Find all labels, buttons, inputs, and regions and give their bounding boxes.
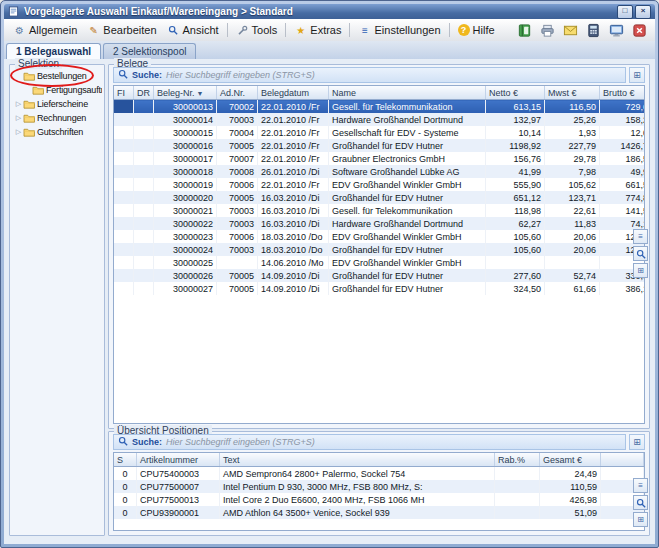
column-netto[interactable]: Netto € xyxy=(486,86,545,100)
tree-item-lieferscheine[interactable]: ▷Lieferscheine xyxy=(12,97,102,111)
table-cell: 22.01.2010 /Fr xyxy=(258,100,329,114)
expand-icon[interactable]: ▷ xyxy=(14,100,23,108)
table-row[interactable]: 300000137000222.01.2010 /FrGesell. für T… xyxy=(114,100,645,114)
table-cell: Großhandel für EDV Hutner xyxy=(329,243,486,256)
column-s[interactable]: S xyxy=(114,453,137,467)
table-row[interactable]: 300000177000722.01.2010 /FrGraubner Elec… xyxy=(114,152,645,165)
book-icon[interactable] xyxy=(516,22,533,38)
search-input[interactable]: Suche: Hier Suchbegriff eingeben (STRG+S… xyxy=(113,434,626,450)
table-cell: 22.01.2010 /Fr xyxy=(258,126,329,139)
table-row[interactable]: 300000217000316.03.2010 /DiGesell. für T… xyxy=(114,204,645,217)
table-row[interactable]: 0CPU75400003AMD Sempron64 2800+ Palermo,… xyxy=(114,467,644,481)
column-ad-nr[interactable]: Ad.Nr. xyxy=(217,86,258,100)
table-cell: 11,83 xyxy=(545,217,600,230)
close-button[interactable]: × xyxy=(635,5,651,19)
table-cell xyxy=(134,269,154,282)
table-row[interactable]: 0CPU77500013Intel Core 2 Duo E6600, 2400… xyxy=(114,493,644,506)
table-cell xyxy=(495,506,540,519)
tree-item-bestellungen[interactable]: Bestellungen xyxy=(12,69,102,83)
table-row[interactable]: 0CPU93900001AMD Athlon 64 3500+ Venice, … xyxy=(114,506,644,519)
menu-bearbeiten[interactable]: ✎Bearbeiten xyxy=(82,22,161,39)
wrench-icon xyxy=(236,24,249,37)
expand-icon[interactable]: ▷ xyxy=(14,114,23,122)
table-cell xyxy=(495,480,540,493)
table-row[interactable]: 300000147000322.01.2010 /FrHardware Groß… xyxy=(114,113,645,126)
table-cell: 30000020 xyxy=(154,191,217,204)
column-fi[interactable]: FI xyxy=(114,86,134,100)
menu-ansicht[interactable]: Ansicht xyxy=(162,22,224,39)
menu-extras[interactable]: ★Extras xyxy=(289,22,346,39)
column-mwst[interactable]: Mwst € xyxy=(545,86,600,100)
table-row[interactable]: 300000237000618.03.2010 /DoEDV Großhande… xyxy=(114,230,645,243)
table-row[interactable]: 300000277000514.09.2010 /DiGroßhandel fü… xyxy=(114,282,645,295)
column-gesamt[interactable]: Gesamt € xyxy=(540,453,601,467)
table-row[interactable]: 300000227000316.03.2010 /DiHardware Groß… xyxy=(114,217,645,230)
column-name[interactable]: Name xyxy=(329,86,486,100)
monitor-icon[interactable] xyxy=(608,22,625,38)
table-row[interactable]: 300000207000516.03.2010 /DiGroßhandel fü… xyxy=(114,191,645,204)
table-row[interactable]: 300000267000514.09.2010 /DiGroßhandel fü… xyxy=(114,269,645,282)
table-cell xyxy=(134,282,154,295)
table-cell: 70007 xyxy=(217,152,258,165)
search-icon xyxy=(118,436,128,448)
column-artikelnummer[interactable]: Artikelnummer xyxy=(137,453,220,467)
table-cell xyxy=(134,178,154,191)
table-cell: 30000025 xyxy=(154,256,217,269)
list-icon[interactable]: ≡ xyxy=(633,478,648,493)
expand-icon[interactable]: ▷ xyxy=(14,128,23,136)
grid-icon[interactable]: ⊞ xyxy=(633,263,648,278)
table-row[interactable]: 300000157000422.01.2010 /FrGesellschaft … xyxy=(114,126,645,139)
grid-icon[interactable]: ⊞ xyxy=(633,512,648,527)
menu-label: Bearbeiten xyxy=(103,24,156,36)
column-rab[interactable]: Rab.% xyxy=(495,453,540,467)
table-cell: 25,26 xyxy=(545,113,600,126)
table-row[interactable]: 300000187000826.01.2010 /DiSoftware Groß… xyxy=(114,165,645,178)
printer-icon[interactable] xyxy=(539,22,556,38)
menubar-right xyxy=(516,22,651,38)
tree-item-gutschriften[interactable]: ▷Gutschriften xyxy=(12,125,102,139)
column-filler[interactable] xyxy=(601,453,644,467)
table-cell xyxy=(134,113,154,126)
table-row[interactable]: 300000197000622.01.2010 /FrEDV Großhande… xyxy=(114,178,645,191)
menu-tools[interactable]: Tools xyxy=(231,22,283,39)
table-cell: EDV Großhandel Winkler GmbH xyxy=(329,178,486,191)
table-cell: 49,97 xyxy=(600,165,646,178)
magnifier-icon[interactable] xyxy=(633,495,648,510)
table-row[interactable]: 300000247000318.03.2010 /DoGroßhandel fü… xyxy=(114,243,645,256)
column-belegdatum[interactable]: Belegdatum xyxy=(258,86,329,100)
tab-1-belegauswahl[interactable]: 1 Belegauswahl xyxy=(6,43,101,59)
column-beleg-nr[interactable]: Beleg-Nr.▼ xyxy=(154,86,217,100)
table-cell: 30000018 xyxy=(154,165,217,178)
table-cell: 70003 xyxy=(217,204,258,217)
table-cell xyxy=(134,217,154,230)
table-row[interactable]: 3000002514.06.2010 /MoEDV Großhandel Win… xyxy=(114,256,645,269)
tree-item-fertigungsauftr-ge[interactable]: Fertigungsaufträge xyxy=(12,83,102,97)
menu-label: Allgemein xyxy=(29,24,77,36)
table-cell xyxy=(486,256,545,269)
search-input[interactable]: Suche: Hier Suchbegriff eingeben (STRG+S… xyxy=(113,67,626,83)
grid-options-button[interactable]: ⊞ xyxy=(629,434,645,450)
grid-options-button[interactable]: ⊞ xyxy=(629,67,645,83)
menu-hilfe[interactable]: ?Hilfe xyxy=(453,22,500,38)
table-row[interactable]: 0CPU77500007Intel Pentium D 930, 3000 MH… xyxy=(114,480,644,493)
list-icon[interactable]: ≡ xyxy=(633,229,648,244)
table-row[interactable]: 300000167000522.01.2010 /FrGroßhandel fü… xyxy=(114,139,645,152)
mail-icon[interactable] xyxy=(562,22,579,38)
menu-allgemein[interactable]: ⚙Allgemein xyxy=(8,22,82,39)
table-cell: CPU75400003 xyxy=(137,467,220,481)
calculator-icon[interactable] xyxy=(585,22,602,38)
menu-einstellungen[interactable]: ≡Einstellungen xyxy=(353,22,445,39)
exit-icon[interactable] xyxy=(631,22,648,38)
column-dr[interactable]: DR xyxy=(134,86,154,100)
tree-item-rechnungen[interactable]: ▷Rechnungen xyxy=(12,111,102,125)
folder-icon xyxy=(32,85,44,95)
maximize-button[interactable]: □ xyxy=(617,5,633,19)
column-brutto[interactable]: Brutto € xyxy=(600,86,646,100)
tab-2-selektionspool[interactable]: 2 Selektionspool xyxy=(103,43,196,59)
gear-icon: ⚙ xyxy=(13,24,26,37)
menu-label: Hilfe xyxy=(473,24,495,36)
belege-body: 300000137000222.01.2010 /FrGesell. für T… xyxy=(114,100,645,296)
column-text[interactable]: Text xyxy=(220,453,495,467)
table-cell: 227,79 xyxy=(545,139,600,152)
magnifier-icon[interactable] xyxy=(633,246,648,261)
